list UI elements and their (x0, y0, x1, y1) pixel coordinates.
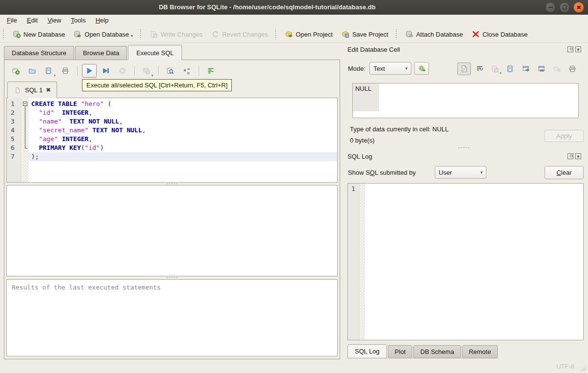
line-number: 5 (7, 135, 22, 144)
cell-editor[interactable]: NULL (352, 83, 579, 118)
new-sql-tab-button[interactable] (8, 64, 23, 78)
find-in-sql-button[interactable] (163, 64, 178, 78)
save-project-button[interactable]: Save Project (337, 28, 393, 40)
exec-line-icon (102, 67, 110, 75)
close-database-button[interactable]: Close Database (467, 28, 532, 40)
project-save-icon (342, 30, 349, 38)
menu-tools[interactable]: Tools (66, 15, 90, 25)
revert-changes-button: Revert Changes (207, 28, 272, 40)
execute-current-line-button[interactable] (99, 64, 113, 78)
open-project-button[interactable]: Open Project (281, 28, 337, 40)
dock-splitter-handle[interactable] (347, 146, 581, 149)
chevron-down-icon: ▾ (480, 170, 483, 175)
sql-log-area[interactable]: 1 (347, 183, 584, 340)
clear-button[interactable]: Clear (545, 166, 584, 179)
minimize-button[interactable] (545, 2, 556, 13)
close-window-button[interactable]: ✖ (573, 2, 584, 13)
attach-database-button[interactable]: Attach Database (401, 28, 467, 40)
stop-execution-button (115, 64, 130, 78)
collapse-icon[interactable] (23, 102, 27, 106)
right-dock: Edit Database Cell ✖ Mode: Text ▾ ▾ NULL (344, 43, 584, 359)
open-database-button[interactable]: Open Database▾ (69, 28, 137, 40)
dock-tab-remote[interactable]: Remote (462, 345, 498, 358)
print-sql-button[interactable] (58, 64, 73, 78)
open-in-external-app-button[interactable] (519, 62, 533, 75)
resize-grip[interactable] (580, 365, 586, 371)
word-wrap-button[interactable] (473, 62, 487, 75)
menu-edit[interactable]: Edit (22, 15, 42, 25)
export-to-file-button[interactable] (504, 62, 517, 75)
splitter-handle[interactable] (6, 276, 338, 279)
toolbar-separator (199, 66, 199, 76)
toolbar-handle (395, 29, 398, 40)
maximize-button[interactable] (559, 2, 570, 13)
log-gutter: 1 (348, 184, 360, 340)
tab-browse-data[interactable]: Browse Data (75, 46, 127, 60)
code-line: 6 PRIMARY KEY("id") (7, 144, 337, 152)
dock-tab-plot[interactable]: Plot (388, 345, 412, 358)
toolbar-button-label: Open Project (296, 31, 333, 38)
save-results-icon (142, 67, 150, 75)
tab-execute-sql[interactable]: Execute SQL (128, 45, 182, 60)
sqltab-new-icon (12, 67, 20, 75)
cell-mode-row: Mode: Text ▾ ▾ (348, 61, 581, 76)
results-message-pane: Results of the last executed statements (6, 279, 338, 356)
fold-margin-cell (22, 152, 29, 161)
gear-icon (418, 64, 426, 72)
text-view-button[interactable] (457, 62, 471, 75)
log-filter-select[interactable]: User ▾ (435, 166, 487, 179)
sql-log-dock-title: SQL Log ✖ (347, 152, 581, 161)
sql-editor-tab[interactable]: SQL 1 ✖ (7, 82, 57, 98)
save-results-view-button: ▾ (139, 64, 154, 78)
results-placeholder: Results of the last executed statements (7, 280, 337, 295)
close-tab-icon[interactable]: ✖ (46, 87, 50, 93)
open-sql-file-button[interactable] (25, 64, 40, 78)
cell-wrap-icon (476, 65, 484, 73)
toolbar-button-label: New Database (23, 31, 65, 38)
execute-all-button[interactable] (82, 64, 97, 78)
sql-log-title: SQL Log (347, 153, 372, 160)
line-number: 2 (7, 108, 22, 117)
code-text: ); (29, 152, 337, 161)
new-database-button[interactable]: New Database (8, 28, 69, 40)
print-cell-button[interactable] (566, 62, 579, 75)
close-dock-icon[interactable]: ✖ (575, 153, 581, 159)
fold-marker[interactable] (22, 100, 29, 108)
cell-size-info: 0 byte(s) (350, 137, 375, 144)
dock-tab-sql-log[interactable]: SQL Log (347, 344, 387, 358)
menu-file[interactable]: File (2, 15, 22, 25)
code-line: 7); (7, 152, 337, 161)
apply-button: Apply (545, 130, 584, 142)
toolbar-separator (134, 66, 135, 76)
menu-help[interactable]: Help (91, 15, 114, 25)
window-title: DB Browser for SQLite - /home/user/code/… (0, 0, 534, 15)
float-dock-icon[interactable] (568, 46, 573, 52)
app-window: DB Browser for SQLite - /home/user/code/… (0, 0, 588, 373)
toolbar-handle (275, 29, 277, 40)
save-sql-file-button[interactable]: ▾ (41, 64, 56, 78)
find-replace-button[interactable]: ab (180, 64, 194, 78)
code-line: 1CREATE TABLE "hero" ( (7, 100, 337, 108)
format-sql-button[interactable] (203, 64, 218, 78)
replace-icon: ab (183, 67, 191, 75)
toolbar-button-label: Open Database (84, 31, 129, 38)
tab-database-structure[interactable]: Database Structure (4, 46, 74, 60)
write-changes-icon (150, 30, 158, 38)
db-close-icon (472, 30, 480, 38)
import-from-file-button: ▾ (488, 62, 502, 75)
close-dock-icon[interactable]: ✖ (575, 46, 581, 52)
sql-save-icon (45, 67, 53, 75)
sql-editor-tab-label: SQL 1 (25, 86, 42, 94)
copy-link-button[interactable] (535, 62, 548, 75)
revert-changes-icon (211, 30, 219, 38)
mode-select[interactable]: Text ▾ (369, 62, 411, 75)
float-dock-icon[interactable] (568, 153, 573, 159)
code-line: 4 "secret_name" TEXT NOT NULL, (7, 126, 337, 135)
cell-saveas-icon (507, 65, 514, 73)
code-text: "age" INTEGER, (29, 135, 337, 144)
dock-tab-db-schema[interactable]: DB Schema (413, 345, 461, 358)
menu-view[interactable]: View (42, 15, 66, 25)
title-bar[interactable]: DB Browser for SQLite - /home/user/code/… (0, 0, 588, 15)
auto-switch-mode-button[interactable] (414, 62, 429, 75)
sql-code-editor[interactable]: 1CREATE TABLE "hero" (2 "id" INTEGER,3 "… (6, 98, 338, 183)
